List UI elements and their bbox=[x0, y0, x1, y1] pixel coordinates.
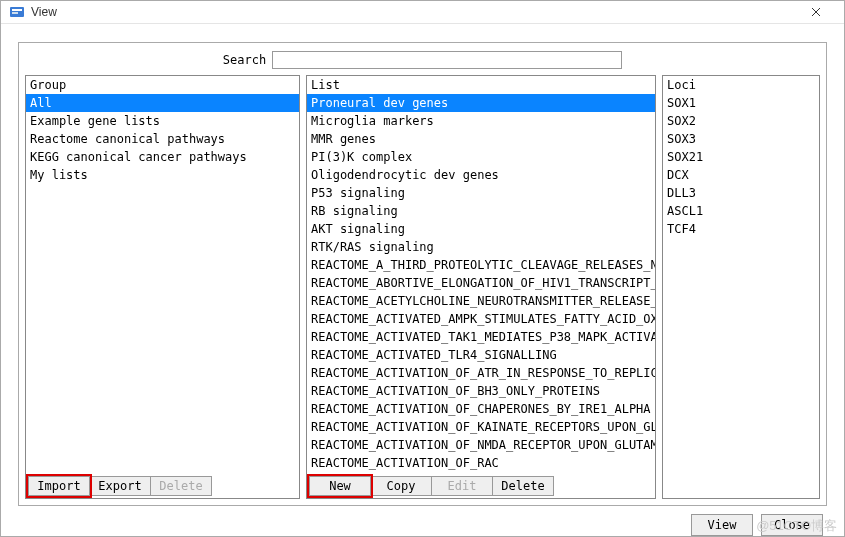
loci-list-item[interactable]: DLL3 bbox=[663, 184, 819, 202]
window-close-button[interactable] bbox=[796, 1, 836, 23]
titlebar: View bbox=[1, 1, 844, 24]
search-row: Search bbox=[25, 49, 820, 75]
loci-list-item[interactable]: TCF4 bbox=[663, 220, 819, 238]
loci-list-item[interactable]: ASCL1 bbox=[663, 202, 819, 220]
close-button[interactable]: Close bbox=[761, 514, 823, 536]
footer-buttons: View Close bbox=[18, 506, 827, 536]
list-list-item[interactable]: Oligodendrocytic dev genes bbox=[307, 166, 655, 184]
list-list-item[interactable]: REACTOME_A_THIRD_PROTEOLYTIC_CLEAVAGE_RE… bbox=[307, 256, 655, 274]
list-list-item[interactable]: Microglia markers bbox=[307, 112, 655, 130]
import-button[interactable]: Import bbox=[28, 476, 90, 496]
loci-list-item[interactable]: SOX3 bbox=[663, 130, 819, 148]
list-list-item[interactable]: RTK/RAS signaling bbox=[307, 238, 655, 256]
list-list-item[interactable]: REACTOME_ACTIVATED_TLR4_SIGNALLING bbox=[307, 346, 655, 364]
group-list-item[interactable]: Reactome canonical pathways bbox=[26, 130, 299, 148]
new-button[interactable]: New bbox=[309, 476, 371, 496]
list-list-item[interactable]: REACTOME_ACTIVATION_OF_KAINATE_RECEPTORS… bbox=[307, 418, 655, 436]
window-title: View bbox=[31, 5, 57, 19]
list-list-item[interactable]: REACTOME_ACTIVATION_OF_NMDA_RECEPTOR_UPO… bbox=[307, 436, 655, 454]
search-input[interactable] bbox=[272, 51, 622, 69]
list-list-item[interactable]: REACTOME_ACTIVATION_OF_ATR_IN_RESPONSE_T… bbox=[307, 364, 655, 382]
list-panel: List Proneural dev genesMicroglia marker… bbox=[306, 75, 656, 499]
group-panel: Group AllExample gene listsReactome cano… bbox=[25, 75, 300, 499]
svg-rect-2 bbox=[12, 12, 18, 14]
list-list-item[interactable]: P53 signaling bbox=[307, 184, 655, 202]
loci-list-item[interactable]: DCX bbox=[663, 166, 819, 184]
loci-panel-header: Loci bbox=[663, 76, 819, 94]
search-label: Search bbox=[223, 53, 266, 67]
list-list-item[interactable]: REACTOME_ABORTIVE_ELONGATION_OF_HIV1_TRA… bbox=[307, 274, 655, 292]
group-list-item[interactable]: My lists bbox=[26, 166, 299, 184]
list-list-item[interactable]: REACTOME_ACTIVATED_AMPK_STIMULATES_FATTY… bbox=[307, 310, 655, 328]
view-button[interactable]: View bbox=[691, 514, 753, 536]
export-button[interactable]: Export bbox=[89, 476, 151, 496]
list-list-item[interactable]: REACTOME_ACTIVATION_OF_RAC bbox=[307, 454, 655, 472]
close-icon bbox=[811, 7, 821, 17]
loci-panel: Loci SOX1SOX2SOX3SOX21DCXDLL3ASCL1TCF4 bbox=[662, 75, 820, 499]
list-panel-header: List bbox=[307, 76, 655, 94]
loci-list-item[interactable]: SOX2 bbox=[663, 112, 819, 130]
loci-list-item[interactable]: SOX21 bbox=[663, 148, 819, 166]
group-delete-button[interactable]: Delete bbox=[150, 476, 212, 496]
loci-listbox[interactable]: SOX1SOX2SOX3SOX21DCXDLL3ASCL1TCF4 bbox=[663, 94, 819, 498]
list-list-item[interactable]: PI(3)K complex bbox=[307, 148, 655, 166]
list-button-row: New Copy Edit Delete bbox=[307, 472, 655, 498]
group-panel-header: Group bbox=[26, 76, 299, 94]
group-button-row: Import Export Delete bbox=[26, 472, 299, 498]
edit-button[interactable]: Edit bbox=[431, 476, 493, 496]
group-list-item[interactable]: All bbox=[26, 94, 299, 112]
app-icon bbox=[9, 4, 25, 20]
list-list-item[interactable]: REACTOME_ACTIVATION_OF_CHAPERONES_BY_IRE… bbox=[307, 400, 655, 418]
copy-button[interactable]: Copy bbox=[370, 476, 432, 496]
group-listbox[interactable]: AllExample gene listsReactome canonical … bbox=[26, 94, 299, 472]
group-list-item[interactable]: Example gene lists bbox=[26, 112, 299, 130]
list-list-item[interactable]: Proneural dev genes bbox=[307, 94, 655, 112]
list-list-item[interactable]: REACTOME_ACETYLCHOLINE_NEUROTRANSMITTER_… bbox=[307, 292, 655, 310]
list-list-item[interactable]: MMR genes bbox=[307, 130, 655, 148]
list-list-item[interactable]: AKT signaling bbox=[307, 220, 655, 238]
loci-list-item[interactable]: SOX1 bbox=[663, 94, 819, 112]
content-area: Search Group AllExample gene listsReacto… bbox=[1, 24, 844, 537]
list-listbox[interactable]: Proneural dev genesMicroglia markersMMR … bbox=[307, 94, 655, 472]
outer-panel: Search Group AllExample gene listsReacto… bbox=[18, 42, 827, 506]
panels: Group AllExample gene listsReactome cano… bbox=[25, 75, 820, 499]
view-window: View Search Group AllExample gene listsR… bbox=[0, 0, 845, 537]
list-delete-button[interactable]: Delete bbox=[492, 476, 554, 496]
group-list-item[interactable]: KEGG canonical cancer pathways bbox=[26, 148, 299, 166]
list-list-item[interactable]: RB signaling bbox=[307, 202, 655, 220]
svg-rect-1 bbox=[12, 9, 22, 11]
list-list-item[interactable]: REACTOME_ACTIVATION_OF_BH3_ONLY_PROTEINS bbox=[307, 382, 655, 400]
list-list-item[interactable]: REACTOME_ACTIVATED_TAK1_MEDIATES_P38_MAP… bbox=[307, 328, 655, 346]
